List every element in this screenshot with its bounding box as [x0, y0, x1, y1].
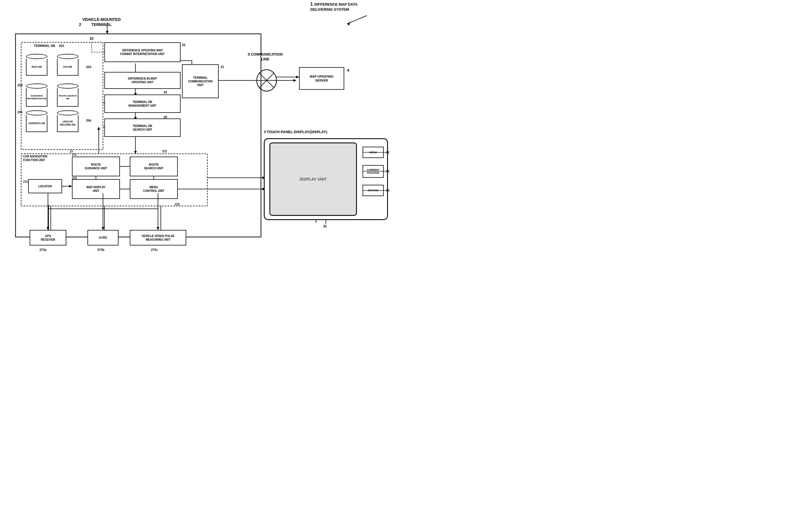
terminal-comm-label: TERMINAL COMMUNICATION UNIT	[188, 76, 213, 87]
svg-marker-39	[106, 31, 109, 34]
num-256: 256	[86, 118, 91, 122]
address-db-label: ADDRESS DB	[26, 115, 47, 132]
num-273a: 273a	[40, 248, 46, 252]
comm-to-server-line	[277, 73, 302, 81]
poi-db-label: POI DB	[57, 59, 78, 75]
terminal-db-mgmt-box: TERMINAL DB MANAGEMENT UNIT	[104, 95, 181, 113]
diff-map-unit-box: DIFFERENCE UPDATING MAP FORMAT INTERPRET…	[104, 42, 181, 62]
map-db-cylinder: MAP DB	[25, 54, 48, 75]
update-record-db-label: UPDATE RECORD DB	[57, 115, 78, 132]
diff-in-map-label: DIFFERENCE-IN-MAP UPDATING UNIT	[128, 77, 157, 84]
route-guidance-box: ROUTE GUIDANCE UNIT	[72, 157, 120, 176]
svg-marker-59	[47, 227, 49, 230]
map-server-label: MAP UPDATING SERVER	[310, 74, 334, 83]
update-record-db-cylinder: UPDATE RECORD DB	[56, 110, 79, 132]
vehicle-speed-label: VEHICLE SPEED PULSE MEASURING UNIT	[141, 234, 174, 241]
menu-button[interactable]: MENU	[362, 147, 384, 158]
num-272: 272	[162, 150, 167, 153]
num-273: 273	[23, 180, 28, 184]
menu-control-box: MENU CONTROL UNIT	[130, 179, 178, 199]
comm-line-label: 5 COMMUNICATION LINE	[245, 52, 285, 62]
route-search-box: ROUTE SEARCH UNIT	[130, 157, 178, 176]
car-nav-label: CAR NAVIGATION FUNCTION UNIT	[23, 155, 54, 162]
svg-marker-37	[347, 22, 350, 25]
svg-marker-22	[134, 151, 137, 154]
touch-panel-name: TOUCH PANEL DISPLAY(DISPLAY)	[267, 130, 327, 134]
diff-map-unit-label: DIFFERENCE UPDATING MAP FORMAT INTERPRET…	[120, 49, 165, 56]
num-255: 255	[17, 110, 22, 114]
gyro-box: GYRO	[88, 230, 118, 245]
db-group-number: 25	[90, 37, 94, 41]
svg-marker-63	[157, 227, 159, 230]
return-button[interactable]: RETURN	[362, 185, 384, 196]
comm-line-svg	[255, 69, 278, 92]
menu-control-label: MENU CONTROL UNIT	[143, 185, 164, 193]
terminal-label: 2 VEHICLE-MOUNTED TERMINAL	[79, 17, 121, 27]
touch-panel-number: 3	[264, 130, 266, 134]
current-pos-btn-label: CURRENT POSITION	[367, 168, 380, 175]
route-search-db-label: ROUTE SEARCH DB	[57, 88, 78, 107]
system-number: 1	[310, 2, 313, 6]
svg-marker-52	[69, 185, 72, 188]
svg-marker-24	[97, 127, 100, 130]
system-title-label: 1DIFFERENCE MAP DATA DELIVERING SYSTEM	[310, 1, 403, 12]
locator-label: LOCATOR	[38, 184, 52, 188]
gyro-label: GYRO	[99, 236, 107, 239]
map-display-label: MAP DISPLAY UNIT	[86, 185, 105, 193]
map-display-box: MAP DISPLAY UNIT	[72, 179, 120, 199]
terminal-comm-box: TERMINAL COMMUNICATION UNIT	[182, 64, 219, 98]
gps-line	[48, 205, 49, 230]
num-253: 253	[17, 83, 22, 87]
num-275: 275	[175, 203, 180, 206]
svg-marker-46	[296, 75, 299, 78]
terminal-db-search-label: TERMINAL DB SEARCH UNIT	[133, 124, 152, 131]
system-name: DIFFERENCE MAP DATA DELIVERING SYSTEM	[310, 2, 357, 11]
svg-line-36	[347, 15, 367, 24]
route-guidance-label: ROUTE GUIDANCE UNIT	[84, 163, 107, 170]
num-34: 34	[386, 188, 389, 192]
guidance-db-label: GUIDANCE INFORMATION DB	[26, 88, 47, 107]
num-32: 32	[386, 150, 389, 154]
num-4: 4	[347, 68, 349, 73]
num-22: 22	[182, 43, 185, 47]
num-24: 24	[164, 90, 167, 94]
gps-label: GPS RECEIVER	[41, 234, 55, 241]
num-26: 26	[164, 115, 167, 119]
return-btn-label: RETURN	[368, 189, 379, 192]
num-31: 31	[323, 224, 327, 229]
num-273b: 273b	[97, 248, 104, 252]
num-21: 21	[221, 65, 224, 69]
locator-box: LOCATOR	[28, 179, 62, 193]
diff-in-map-box: DIFFERENCE-IN-MAP UPDATING UNIT	[104, 72, 181, 89]
guidance-db-cylinder: GUIDANCE INFORMATION DB	[25, 83, 48, 107]
route-search-label: ROUTE SEARCH UNIT	[144, 163, 163, 170]
terminal-db-label: TERMINAL DB 252	[34, 44, 64, 48]
terminal-db-mgmt-label: TERMINAL DB MANAGEMENT UNIT	[129, 100, 157, 108]
num-273c: 273c	[151, 248, 158, 252]
route-search-db-cylinder: ROUTE SEARCH DB	[56, 83, 79, 107]
terminal-db-search-box: TERMINAL DB SEARCH UNIT	[104, 118, 181, 137]
current-position-button[interactable]: CURRENT POSITION	[362, 165, 384, 178]
display-screen: DISPLAY UNIT	[270, 143, 357, 216]
poi-db-cylinder: POI DB	[56, 54, 79, 75]
num-33: 33	[386, 169, 389, 173]
display-unit-label: DISPLAY UNIT	[300, 177, 327, 181]
svg-marker-61	[102, 227, 104, 230]
num-271: 271	[72, 153, 77, 157]
num-254: 254	[86, 65, 91, 69]
touch-panel-title: 3TOUCH PANEL DISPLAY(DISPLAY)	[264, 130, 371, 134]
menu-btn-label: MENU	[369, 151, 377, 154]
vehicle-speed-box: VEHICLE SPEED PULSE MEASURING UNIT	[130, 230, 186, 245]
terminal-name: VEHICLE-MOUNTED TERMINAL	[82, 17, 121, 27]
map-db-label: MAP DB	[26, 59, 47, 75]
map-server-box: MAP UPDATING SERVER	[299, 67, 344, 90]
gps-box: GPS RECEIVER	[30, 230, 66, 245]
address-db-cylinder: ADDRESS DB	[25, 110, 48, 132]
